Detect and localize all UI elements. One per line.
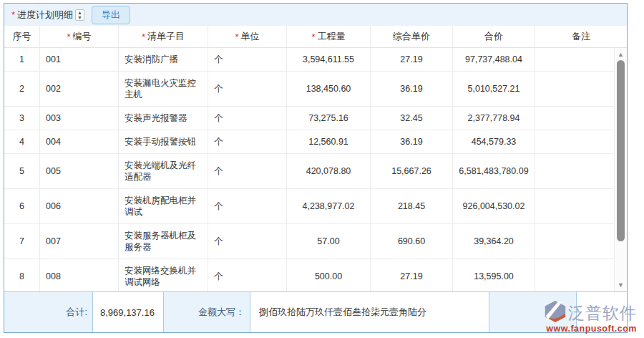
cell-code[interactable]: 003 bbox=[40, 107, 119, 130]
cell-seq: 3 bbox=[4, 107, 40, 130]
cell-code[interactable]: 007 bbox=[40, 224, 119, 259]
cell-total: 6,581,483,780.09 bbox=[453, 154, 535, 188]
total-label: 合计: bbox=[4, 292, 92, 332]
cell-total: 39,364.20 bbox=[453, 224, 535, 259]
column-header-label: 编号 bbox=[73, 30, 92, 43]
cell-remark[interactable] bbox=[535, 154, 614, 188]
column-header[interactable]: 合价 bbox=[453, 26, 535, 47]
cell-code[interactable]: 002 bbox=[40, 72, 119, 106]
table-row[interactable]: 5 005 安装光端机及光纤适配器 个 420,078.80 15,667.26… bbox=[4, 154, 614, 189]
column-header-label: 综合单价 bbox=[393, 30, 430, 43]
cell-total: 5,010,527.21 bbox=[453, 72, 535, 106]
cell-total: 926,004,530.02 bbox=[453, 189, 535, 223]
spinner-up-icon[interactable]: ▲ bbox=[77, 10, 82, 15]
column-header[interactable]: 序号 bbox=[4, 26, 40, 47]
cell-item[interactable]: 安装手动报警按钮 bbox=[119, 130, 208, 153]
cell-quantity[interactable]: 3,594,611.55 bbox=[287, 48, 371, 71]
scrollbar-thumb[interactable] bbox=[617, 60, 625, 241]
cell-item[interactable]: 安装光端机及光纤适配器 bbox=[119, 154, 208, 188]
cell-remark[interactable] bbox=[535, 130, 614, 153]
cell-unit[interactable]: 个 bbox=[208, 189, 287, 223]
table-row[interactable]: 4 004 安装手动报警按钮 个 12,560.91 36.19 454,579… bbox=[4, 130, 614, 154]
table-row[interactable]: 1 001 安装消防广播 个 3,594,611.55 27.19 97,737… bbox=[4, 48, 614, 72]
toolbar: * 进度计划明细 ▲ ▼ 导出 bbox=[4, 4, 627, 26]
cell-quantity[interactable]: 138,450.60 bbox=[287, 72, 371, 106]
cell-quantity[interactable]: 57.00 bbox=[287, 224, 371, 259]
cell-seq: 7 bbox=[4, 224, 40, 259]
cell-unit-price[interactable]: 27.19 bbox=[371, 259, 453, 291]
table-row[interactable]: 7 007 安装服务器机柜及服务器 个 57.00 690.60 39,364.… bbox=[4, 224, 614, 259]
sort-spinner[interactable]: ▲ ▼ bbox=[75, 9, 84, 21]
cell-unit-price[interactable]: 32.45 bbox=[371, 107, 453, 130]
page: * 进度计划明细 ▲ ▼ 导出 序号*编号*清单子目*单位*工程量综合单价合价备… bbox=[0, 0, 644, 338]
cell-code[interactable]: 008 bbox=[40, 259, 119, 291]
cell-unit-price[interactable]: 27.19 bbox=[371, 48, 453, 71]
required-asterisk: * bbox=[67, 32, 70, 42]
cell-unit[interactable]: 个 bbox=[208, 72, 287, 106]
vertical-scrollbar[interactable]: ▲ ▼ bbox=[614, 48, 627, 291]
cell-unit[interactable]: 个 bbox=[208, 107, 287, 130]
table-row[interactable]: 6 006 安装机房配电柜并调试 个 4,238,977.02 218.45 9… bbox=[4, 189, 614, 224]
cell-code[interactable]: 004 bbox=[40, 130, 119, 153]
cell-quantity[interactable]: 500.00 bbox=[287, 259, 371, 291]
cell-code[interactable]: 005 bbox=[40, 154, 119, 188]
cell-item[interactable]: 安装机房配电柜并调试 bbox=[119, 189, 208, 223]
cell-unit-price[interactable]: 36.19 bbox=[371, 130, 453, 153]
scroll-up-icon[interactable]: ▲ bbox=[615, 51, 627, 58]
table-header-row: 序号*编号*清单子目*单位*工程量综合单价合价备注 bbox=[4, 26, 627, 48]
column-header-label: 合价 bbox=[484, 30, 503, 43]
cell-item[interactable]: 安装网络交换机并调试网络 bbox=[119, 259, 208, 291]
table-row[interactable]: 8 008 安装网络交换机并调试网络 个 500.00 27.19 13,595… bbox=[4, 259, 614, 291]
cell-unit-price[interactable]: 36.19 bbox=[371, 72, 453, 106]
table-body-rows: 1 001 安装消防广播 个 3,594,611.55 27.19 97,737… bbox=[4, 48, 614, 291]
cell-item[interactable]: 安装声光报警器 bbox=[119, 107, 208, 130]
cell-quantity[interactable]: 73,275.16 bbox=[287, 107, 371, 130]
cell-unit[interactable]: 个 bbox=[208, 154, 287, 188]
total-value: 8,969,137.16 bbox=[92, 292, 164, 332]
cell-quantity[interactable]: 420,078.80 bbox=[287, 154, 371, 188]
cell-unit-price[interactable]: 690.60 bbox=[371, 224, 453, 259]
cell-unit-price[interactable]: 15,667.26 bbox=[371, 154, 453, 188]
cell-total: 454,579.33 bbox=[453, 130, 535, 153]
column-header[interactable]: *编号 bbox=[40, 26, 119, 47]
scroll-down-icon[interactable]: ▼ bbox=[615, 281, 627, 289]
column-header[interactable]: *清单子目 bbox=[119, 26, 208, 47]
column-header[interactable]: 综合单价 bbox=[371, 26, 453, 47]
cell-code[interactable]: 006 bbox=[40, 189, 119, 223]
table-row[interactable]: 2 002 安装漏电火灾监控主机 个 138,450.60 36.19 5,01… bbox=[4, 72, 614, 107]
progress-plan-panel: * 进度计划明细 ▲ ▼ 导出 序号*编号*清单子目*单位*工程量综合单价合价备… bbox=[4, 3, 628, 333]
cell-seq: 8 bbox=[4, 259, 40, 291]
cell-unit-price[interactable]: 218.45 bbox=[371, 189, 453, 223]
table-footer: 合计: 8,969,137.16 金额大写： 捌佰玖拾陆万玖仟壹佰叁拾柒元壹角陆… bbox=[4, 291, 627, 332]
cell-remark[interactable] bbox=[535, 107, 614, 130]
column-header[interactable]: *单位 bbox=[208, 26, 287, 47]
cell-remark[interactable] bbox=[535, 48, 614, 71]
footer-spacer bbox=[489, 292, 576, 332]
table-body-wrap: 1 001 安装消防广播 个 3,594,611.55 27.19 97,737… bbox=[4, 48, 627, 291]
cell-seq: 2 bbox=[4, 72, 40, 106]
cell-unit[interactable]: 个 bbox=[208, 259, 287, 291]
cell-quantity[interactable]: 12,560.91 bbox=[287, 130, 371, 153]
column-header[interactable]: 备注 bbox=[535, 26, 627, 47]
column-header[interactable]: *工程量 bbox=[287, 26, 371, 47]
spinner-down-icon[interactable]: ▼ bbox=[77, 15, 82, 20]
cell-item[interactable]: 安装服务器机柜及服务器 bbox=[119, 224, 208, 259]
cell-remark[interactable] bbox=[535, 224, 614, 259]
cell-unit[interactable]: 个 bbox=[208, 130, 287, 153]
export-button[interactable]: 导出 bbox=[92, 6, 130, 24]
cell-total: 2,377,778.94 bbox=[453, 107, 535, 130]
cell-remark[interactable] bbox=[535, 259, 614, 291]
cell-item[interactable]: 安装消防广播 bbox=[119, 48, 208, 71]
cell-item[interactable]: 安装漏电火灾监控主机 bbox=[119, 72, 208, 106]
cell-seq: 4 bbox=[4, 130, 40, 153]
cell-code[interactable]: 001 bbox=[40, 48, 119, 71]
cell-total: 13,595.00 bbox=[453, 259, 535, 291]
required-asterisk: * bbox=[311, 32, 315, 42]
cell-quantity[interactable]: 4,238,977.02 bbox=[287, 189, 371, 223]
cell-remark[interactable] bbox=[535, 189, 614, 223]
cell-remark[interactable] bbox=[535, 72, 614, 106]
cell-unit[interactable]: 个 bbox=[208, 48, 287, 71]
table-row[interactable]: 3 003 安装声光报警器 个 73,275.16 32.45 2,377,77… bbox=[4, 107, 614, 130]
cell-unit[interactable]: 个 bbox=[208, 224, 287, 259]
column-header-label: 清单子目 bbox=[147, 30, 185, 43]
